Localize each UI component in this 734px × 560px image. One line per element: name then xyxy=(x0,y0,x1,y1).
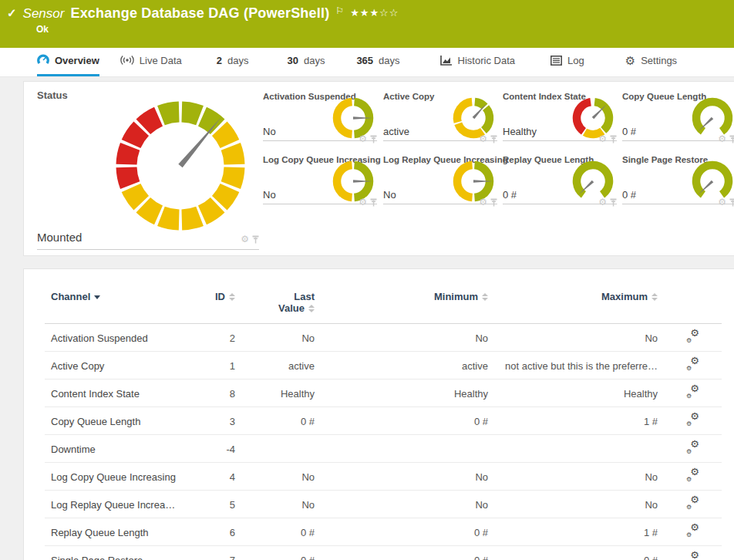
cell-actions: ⚙⚙ xyxy=(664,491,722,518)
cell-id: 2 xyxy=(203,324,241,352)
pin-icon[interactable] xyxy=(729,198,734,207)
channel-settings-icon[interactable]: ⚙⚙ xyxy=(686,498,699,509)
cell-actions: ⚙⚙ xyxy=(664,380,722,407)
gear-icon[interactable]: ⚙ xyxy=(598,197,607,207)
gauge-tile-single-page-restore: Single Page Restore0 #⚙ xyxy=(622,155,734,204)
column-header-channel[interactable]: Channel xyxy=(45,280,203,324)
chart-icon xyxy=(440,55,453,66)
channel-settings-icon[interactable]: ⚙⚙ xyxy=(686,386,699,398)
cell-actions: ⚙⚙ xyxy=(664,546,722,560)
status-gauge-value: Mounted xyxy=(37,231,82,244)
channel-settings-icon[interactable]: ⚙⚙ xyxy=(686,553,699,560)
column-header-last[interactable]: Last Value xyxy=(241,280,321,324)
pin-icon[interactable] xyxy=(252,235,259,244)
pin-icon[interactable] xyxy=(610,135,617,143)
gear-icon[interactable]: ⚙ xyxy=(359,134,367,143)
cell-min xyxy=(321,435,494,463)
column-header-id[interactable]: ID xyxy=(203,280,241,324)
cell-actions: ⚙⚙ xyxy=(664,407,722,435)
cell-channel[interactable]: Downtime xyxy=(45,435,203,463)
cell-last: No xyxy=(241,491,321,518)
cell-max xyxy=(494,435,664,463)
tab-30-days[interactable]: 30days xyxy=(287,48,325,76)
column-header-min[interactable]: Minimum xyxy=(321,280,494,324)
channel-table: ChannelIDLast ValueMinimumMaximum Activa… xyxy=(45,280,722,560)
status-gauge-title: Status xyxy=(37,89,68,101)
gear-icon[interactable]: ⚙ xyxy=(598,134,607,143)
gear-icon[interactable]: ⚙ xyxy=(241,234,249,244)
gauge-tile-active-copy: Active Copyactive⚙ xyxy=(383,92,497,141)
tab-bar: OverviewLive Data2days30days365daysHisto… xyxy=(0,48,734,77)
status-tile-actions: ⚙ xyxy=(241,234,259,244)
cell-actions: ⚙⚙ xyxy=(664,463,722,491)
cell-channel[interactable]: Content Index State xyxy=(45,380,203,407)
channel-settings-icon[interactable]: ⚙⚙ xyxy=(686,470,699,481)
cell-actions: ⚙⚙ xyxy=(664,518,722,546)
tab-overview[interactable]: Overview xyxy=(37,48,99,76)
pin-icon[interactable] xyxy=(610,198,617,207)
tile-actions: ⚙ xyxy=(718,197,734,207)
pin-icon[interactable] xyxy=(490,135,497,143)
gear-icon[interactable]: ⚙ xyxy=(718,197,726,207)
sort-toggle-icon xyxy=(652,293,658,301)
gear-icon[interactable]: ⚙ xyxy=(479,197,487,207)
cell-last: No xyxy=(241,463,321,491)
cell-id: 8 xyxy=(203,380,241,407)
cell-min: 0 # xyxy=(321,518,494,546)
gear-icon[interactable]: ⚙ xyxy=(359,197,367,207)
gauge-tile-content-index-state: Content Index StateHealthy⚙ xyxy=(503,92,617,141)
channel-settings-icon[interactable]: ⚙⚙ xyxy=(686,414,699,426)
channel-settings-icon[interactable]: ⚙⚙ xyxy=(686,525,699,537)
pin-icon[interactable] xyxy=(729,135,734,143)
tile-actions: ⚙ xyxy=(718,134,734,143)
channel-settings-icon[interactable]: ⚙⚙ xyxy=(686,442,699,454)
tab-365-days[interactable]: 365days xyxy=(356,48,399,76)
tile-value: Healthy xyxy=(503,126,537,137)
gear-icon[interactable]: ⚙ xyxy=(718,134,726,143)
pin-icon[interactable] xyxy=(370,135,377,143)
column-header-max[interactable]: Maximum xyxy=(494,280,664,324)
table-row: Copy Queue Length30 #0 #1 #⚙⚙ xyxy=(45,407,722,435)
tab-historic-data[interactable]: Historic Data xyxy=(440,48,515,76)
cell-min: active xyxy=(321,352,494,380)
cell-channel[interactable]: Log Copy Queue Increasing xyxy=(45,463,203,491)
star-rating[interactable]: ★★★☆☆ xyxy=(350,7,399,19)
cell-id: 6 xyxy=(203,518,241,546)
gear-icon: ⚙ xyxy=(625,55,635,66)
table-row: Active Copy1activeactivenot active but t… xyxy=(45,352,722,380)
cell-channel[interactable]: Log Replay Queue Increa… xyxy=(45,491,203,518)
pin-icon[interactable] xyxy=(490,198,497,207)
gauge-tile-copy-queue-length: Copy Queue Length0 #⚙ xyxy=(622,92,734,141)
tab-2-days[interactable]: 2days xyxy=(217,48,249,76)
gear-icon[interactable]: ⚙ xyxy=(479,134,487,143)
pin-icon[interactable] xyxy=(370,198,377,207)
cell-channel[interactable]: Copy Queue Length xyxy=(45,407,203,435)
tile-actions: ⚙ xyxy=(479,134,497,143)
object-kind-label: Sensor xyxy=(23,6,65,22)
cell-channel[interactable]: Single Page Restore xyxy=(45,546,203,560)
cell-channel[interactable]: Replay Queue Length xyxy=(45,518,203,546)
tab-log[interactable]: Log xyxy=(550,48,584,76)
tab-live-data[interactable]: Live Data xyxy=(120,48,182,76)
tile-value: 0 # xyxy=(622,126,636,137)
table-row: Log Copy Queue Increasing4NoNoNo⚙⚙ xyxy=(45,463,722,491)
channel-settings-icon[interactable]: ⚙⚙ xyxy=(686,359,699,370)
table-row: Activation Suspended2NoNoNo⚙⚙ xyxy=(45,324,722,352)
channel-settings-icon[interactable]: ⚙⚙ xyxy=(686,331,699,342)
cell-id: 4 xyxy=(203,463,241,491)
flag-icon[interactable]: ⚐ xyxy=(335,5,344,16)
overview-gauges-panel: Status Mounted ⚙ Activation SuspendedNo⚙… xyxy=(23,81,734,256)
status-gauge xyxy=(115,100,246,234)
log-icon xyxy=(550,56,562,66)
tile-actions: ⚙ xyxy=(598,134,617,143)
cell-id: 7 xyxy=(203,546,241,560)
cell-id: -4 xyxy=(203,435,241,463)
cell-last xyxy=(241,435,321,463)
cell-channel[interactable]: Activation Suspended xyxy=(45,324,203,352)
tile-actions: ⚙ xyxy=(479,197,497,207)
cell-last: No xyxy=(241,324,321,352)
cell-channel[interactable]: Active Copy xyxy=(45,352,203,380)
page-title: Exchange Database DAG (PowerShell) xyxy=(70,5,329,22)
sort-toggle-icon xyxy=(229,293,235,301)
tab-settings[interactable]: ⚙Settings xyxy=(625,48,677,76)
